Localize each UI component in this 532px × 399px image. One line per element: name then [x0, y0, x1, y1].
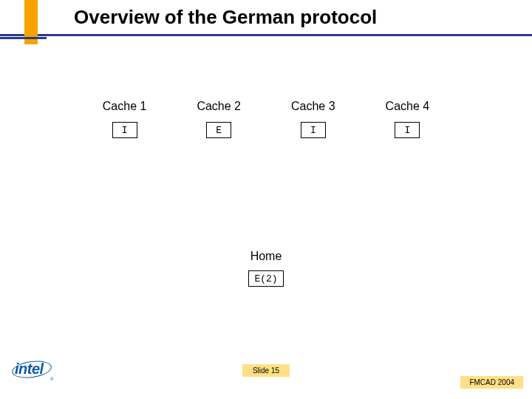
cache-label: Cache 1 — [103, 100, 147, 113]
caches-row: Cache 1 I Cache 2 E Cache 3 I Cache 4 I — [0, 100, 532, 138]
home-block: Home E(2) — [0, 250, 532, 287]
cache-col-3: Cache 3 I — [291, 100, 335, 138]
cache-col-4: Cache 4 I — [386, 100, 430, 138]
header-rule-short — [0, 37, 47, 39]
home-label: Home — [250, 250, 282, 263]
cache-col-2: Cache 2 E — [197, 100, 241, 138]
footer-conference-badge: FMCAD 2004 — [460, 376, 523, 389]
cache-state-box: E — [206, 122, 231, 138]
intel-logo: intel ® — [15, 361, 59, 383]
slide-number-badge: Slide 15 — [242, 364, 290, 377]
cache-state-box: I — [112, 122, 137, 138]
header-rule-long — [0, 34, 532, 36]
cache-label: Cache 3 — [291, 100, 335, 113]
cache-col-1: Cache 1 I — [103, 100, 147, 138]
page-title: Overview of the German protocol — [74, 6, 377, 29]
cache-label: Cache 4 — [386, 100, 430, 113]
cache-state-box: I — [301, 122, 326, 138]
registered-trademark-icon: ® — [50, 377, 53, 381]
cache-state-box: I — [395, 122, 420, 138]
home-state-box: E(2) — [248, 270, 284, 287]
cache-label: Cache 2 — [197, 100, 241, 113]
